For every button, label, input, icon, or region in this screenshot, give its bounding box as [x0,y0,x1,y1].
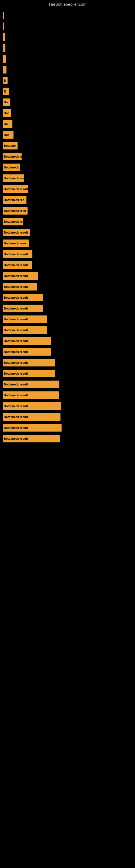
bar: Bottleneck result [3,250,32,258]
bar-row: Bottlene [3,141,135,151]
bar: Bottleneck result [3,337,51,345]
bar: Bottleneck result [3,380,59,388]
bar-row: Bottleneck resu [3,206,135,216]
bar-label: Bottleneck res [4,198,24,202]
bar-row: B [3,86,135,97]
bar-row: Bottleneck result [3,336,135,346]
bar-row: Bottleneck result [3,271,135,281]
bar-label: Bottleneck res [4,177,24,180]
bar: B [3,88,9,95]
bar-row: Bottleneck result [3,401,135,411]
bar: Bottleneck result [3,326,47,334]
bar-row: Bottleneck result [3,433,135,444]
bar: Bottleneck result [3,294,43,301]
bar-label: Bottleneck result [4,350,28,353]
bar-label: Bo [4,101,8,104]
bar: Bo [3,120,12,128]
bar-label: Bottleneck result [4,383,28,386]
bar-label: Bottleneck [4,166,19,169]
site-title: TheBottlenecker.com [0,0,135,8]
bar: Bo [3,98,10,106]
bar: Bottleneck result [3,359,55,367]
bar-label: Bottleneck result [4,372,28,375]
bar-label: Bottleneck result [4,187,28,191]
bar-row: Bottleneck result [3,423,135,433]
bar: Bottleneck result [3,402,61,410]
bar: Bottleneck result [3,229,30,236]
bar-label: Bottleneck resu [4,209,26,212]
bar-label: Bottleneck re [4,220,23,223]
bar-label: Bottleneck result [4,252,28,256]
bar-row: Bottleneck result [3,347,135,357]
bar-label: Bottleneck result [4,307,28,310]
bar: Bot [3,109,11,117]
bar-row: Bottleneck result [3,282,135,292]
bar-label: Bot [4,112,9,115]
bar: Bottleneck result [3,272,38,280]
bar: Bottleneck result [3,283,37,290]
bar: Bottleneck res [3,196,27,204]
bar-row: Bot [3,130,135,140]
bar-label: Bottleneck result [4,404,28,408]
bar-row: Bottleneck result [3,227,135,238]
bar-label: Bottleneck resu [4,242,26,245]
bar-label: Bo [4,122,8,126]
bars-container: BBBoBotBoBotBottleneBottleneck reBottlen… [0,8,135,447]
bar-row: Bottleneck result [3,314,135,324]
bar-label: Bottleneck result [4,394,28,397]
bar-label: Bottleneck result [4,296,28,299]
bar-row: Bottleneck result [3,368,135,379]
bar-label: Bottleneck result [4,329,28,332]
bar-row [3,65,135,75]
bar-label: Bottleneck result [4,361,28,364]
bar [3,55,6,63]
bar-row [3,21,135,31]
bar: Bottleneck result [3,370,55,377]
bar-label: B [4,90,6,93]
bar-row: Bottleneck result [3,325,135,335]
bar-label: Bottleneck result [4,426,28,429]
bar-row: B [3,75,135,86]
bar [3,12,4,19]
bar: Bottleneck re [3,218,23,225]
bar-row: Bo [3,119,135,129]
bar-row: Bottleneck result [3,390,135,400]
bar-row: Bottleneck resu [3,238,135,248]
bar-row: Bottleneck result [3,260,135,270]
bar: Bot [3,131,13,138]
bar: Bottleneck result [3,435,60,442]
bar: Bottleneck re [3,153,21,160]
bar-row: Bottleneck [3,162,135,173]
bar-row: Bottleneck result [3,184,135,194]
bar-label: Bottleneck result [4,437,28,440]
bar-row: Bottleneck result [3,358,135,368]
bar: Bottleneck result [3,348,51,355]
bar-row [3,54,135,64]
bar: Bottleneck result [3,392,59,399]
bar-row: Bottleneck res [3,195,135,205]
bar [3,33,5,41]
bar: Bottleneck [3,163,20,171]
bar: B [3,77,8,84]
bar: Bottleneck result [3,413,60,421]
bar-row: Bottleneck re [3,151,135,162]
bar-label: Bottleneck result [4,285,28,288]
bar: Bottleneck resu [3,240,29,247]
bar-label: B [4,79,6,82]
bar-label: Bottleneck result [4,318,28,321]
bar-label: Bottlene [4,144,16,147]
bar-row: Bottleneck result [3,292,135,303]
bar-label: Bot [4,133,9,136]
bar-row: Bottleneck re [3,216,135,227]
bar: Bottlene [3,142,17,150]
bar: Bottleneck result [3,315,47,323]
bar-label: Bottleneck result [4,264,28,267]
bar: Bottleneck result [3,424,61,432]
bar: Bottleneck result [3,261,32,269]
bar-label: Bottleneck result [4,274,28,278]
bar: Bottleneck resu [3,207,28,215]
bar [3,66,6,73]
bar-label: Bottleneck result [4,415,28,418]
bar [3,44,5,52]
bar-label: Bottleneck result [4,339,28,343]
